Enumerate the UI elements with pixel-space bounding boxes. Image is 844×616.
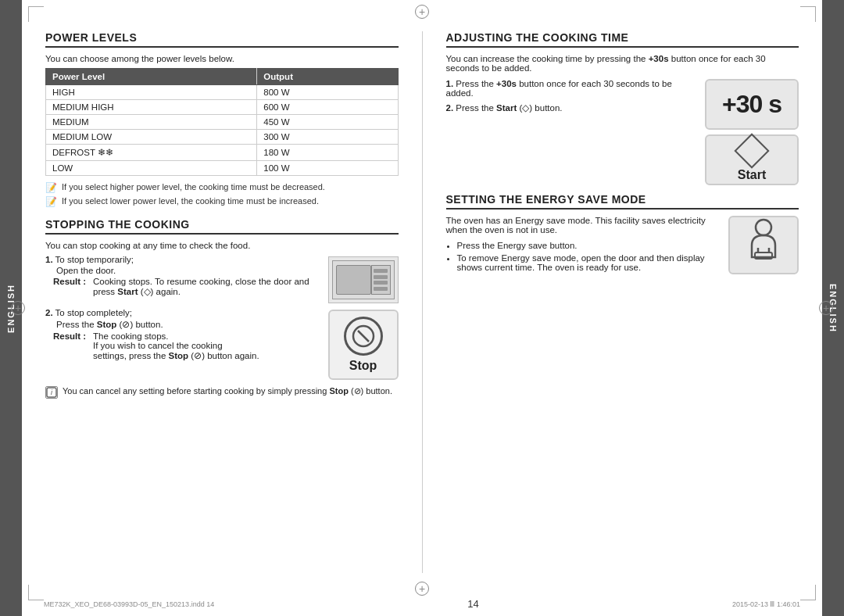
result-1-text: Cooking stops. To resume cooking, close … (93, 277, 320, 297)
power-levels-intro: You can choose among the power levels be… (45, 54, 399, 63)
columns: POWER LEVELS You can choose among the po… (45, 31, 799, 573)
table-row: MEDIUM LOW300 W (46, 130, 399, 145)
power-note-2: 📝 If you select lower power level, the c… (45, 196, 399, 207)
plus30-text: +30 s (722, 90, 781, 119)
footer-file-info: ME732K_XEO_DE68-03993D-05_EN_150213.indd… (44, 600, 214, 608)
stop-button-image: Stop (328, 310, 399, 380)
table-row: LOW100 W (46, 161, 399, 176)
energy-content: The oven has an Energy save mode. This f… (446, 216, 799, 275)
table-cell-output: 450 W (257, 115, 398, 130)
footer: ME732K_XEO_DE68-03993D-05_EN_150213.indd… (44, 598, 800, 610)
result-1-label: Result : (53, 277, 89, 286)
stopping-intro: You can stop cooking at any time to chec… (45, 241, 399, 250)
microwave-controls (371, 265, 391, 295)
table-cell-output: 300 W (257, 130, 398, 145)
stop-button-label: Stop (349, 359, 377, 373)
table-cell-output: 100 W (257, 161, 398, 176)
table-cell-level: LOW (46, 161, 257, 176)
ctrl-btn-1 (374, 269, 388, 273)
table-cell-output: 180 W (257, 145, 398, 161)
plus30-button-display: +30 s (705, 79, 799, 130)
adjusting-intro: You can increase the cooking time by pre… (446, 54, 799, 73)
column-divider (422, 31, 423, 573)
result-2-label: Result : (53, 331, 89, 341)
stop-info-note: i You can cancel any setting before star… (45, 386, 399, 399)
ctrl-btn-2 (374, 275, 388, 279)
page: ENGLISH ENGLISH POWER LEVELS You can cho… (0, 0, 844, 616)
svg-line-1 (358, 331, 369, 342)
adjusting-title: ADJUSTING THE COOKING TIME (446, 31, 799, 48)
energy-section: SETTING THE ENERGY SAVE MODE (446, 193, 799, 275)
info-icon: i (45, 386, 58, 399)
col-right: ADJUSTING THE COOKING TIME You can incre… (446, 31, 799, 573)
table-cell-level: HIGH (46, 85, 257, 100)
result-2-sub: If you wish to cancel the cooking (93, 341, 259, 350)
ctrl-btn-4 (374, 287, 388, 291)
microwave-inner (332, 260, 395, 299)
table-cell-output: 800 W (257, 85, 398, 100)
main-content: POWER LEVELS You can choose among the po… (22, 0, 822, 616)
svg-text:i: i (51, 389, 53, 396)
table-header-output: Output (257, 69, 398, 85)
page-number: 14 (214, 598, 732, 610)
table-cell-level: DEFROST ❄❄ (46, 145, 257, 161)
table-cell-level: MEDIUM LOW (46, 130, 257, 145)
table-cell-output: 600 W (257, 100, 398, 115)
note-icon-1: 📝 (45, 182, 58, 193)
adjusting-section: ADJUSTING THE COOKING TIME You can incre… (446, 31, 799, 113)
start-text: Start (738, 168, 766, 182)
energy-title: SETTING THE ENERGY SAVE MODE (446, 193, 799, 210)
power-table: Power Level Output HIGH800 WMEDIUM HIGH6… (45, 68, 399, 176)
microwave-door (336, 265, 371, 295)
note-icon-2: 📝 (45, 196, 58, 207)
power-note-1: 📝 If you select higher power level, the … (45, 182, 399, 193)
start-button-display: Start (705, 134, 799, 185)
stop-result-2: Result : The cooking stops. If you wish … (53, 331, 320, 361)
result-2-sub2: settings, press the Stop (⊘) button agai… (93, 350, 259, 361)
table-row: HIGH800 W (46, 85, 399, 100)
table-cell-level: MEDIUM (46, 115, 257, 130)
result-2-content: The cooking stops. If you wish to cancel… (93, 331, 259, 361)
table-row: MEDIUM HIGH600 W (46, 100, 399, 115)
stopping-title: STOPPING THE COOKING (45, 218, 399, 235)
stop-result-1: Result : Cooking stops. To resume cookin… (53, 277, 320, 297)
table-row: MEDIUM450 W (46, 115, 399, 130)
table-header-level: Power Level (46, 69, 257, 85)
microwave-image (328, 256, 399, 303)
stop-step-2: Stop 2. To stop completely; Press the St… (45, 308, 399, 380)
footer-date-info: 2015-02-13 Ⅲ 1:46:01 (732, 600, 800, 608)
col-left: POWER LEVELS You can choose among the po… (45, 31, 399, 573)
table-row: DEFROST ❄❄180 W (46, 145, 399, 161)
energy-save-icon-box (728, 216, 799, 274)
energy-save-icon (736, 218, 791, 272)
power-levels-title: POWER LEVELS (45, 31, 399, 48)
table-cell-level: MEDIUM HIGH (46, 100, 257, 115)
start-diamond-icon (734, 133, 769, 168)
ctrl-btn-3 (374, 281, 388, 285)
info-note-text: You can cancel any setting before starti… (63, 386, 392, 396)
power-levels-section: POWER LEVELS You can choose among the po… (45, 31, 399, 207)
svg-point-4 (756, 220, 771, 235)
stopping-section: STOPPING THE COOKING You can stop cookin… (45, 218, 399, 399)
stop-step-1: 1. To stop temporarily; Open the door. R… (45, 255, 399, 303)
stop-circle-icon (344, 317, 383, 356)
